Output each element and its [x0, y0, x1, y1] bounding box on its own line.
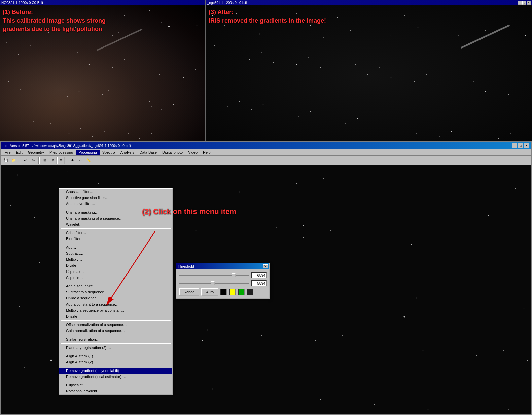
dropdown-clip-min[interactable]: Clip min… [59, 275, 172, 281]
dropdown-multiply[interactable]: Multiply… [59, 256, 172, 262]
menu-video[interactable]: Video [185, 150, 200, 155]
menu-preprocessing[interactable]: Preprocessing [47, 150, 76, 155]
threshold-slider-1-thumb[interactable] [232, 273, 236, 277]
menu-spectro[interactable]: Spectro [100, 150, 118, 155]
dropdown-subtract[interactable]: Subtract… [59, 250, 172, 256]
dropdown-subtract-seq[interactable]: Subtract to a sequence… [59, 289, 172, 295]
threshold-auto-btn[interactable]: Auto [201, 288, 218, 296]
dropdown-unsharp-seq[interactable]: Unsharp masking of a sequence… [59, 215, 172, 221]
dropdown-remove-gradient-poly[interactable]: Remove gradient (polynomial fit) … [59, 368, 172, 374]
dropdown-stellar-reg[interactable]: Stellar registration… [59, 336, 172, 342]
dropdown-remove-gradient-local[interactable]: Remove gradient (local estimator) … [59, 374, 172, 380]
svg-point-10 [124, 15, 125, 16]
svg-point-209 [46, 315, 46, 315]
dropdown-divide-seq[interactable]: Divide a sequence… [59, 295, 172, 301]
threshold-color-yellow[interactable] [229, 289, 236, 295]
left-panel-titlebar: NGC891-1-1200s-0-C0-B.fit [0, 0, 205, 5]
svg-point-150 [41, 188, 41, 189]
svg-point-155 [179, 185, 179, 186]
threshold-color-green[interactable] [238, 289, 245, 295]
svg-point-95 [226, 56, 226, 56]
svg-point-224 [450, 345, 450, 345]
dropdown-unsharp[interactable]: Unsharp masking… [59, 209, 172, 215]
svg-point-44 [126, 98, 127, 98]
dropdown-clip-max[interactable]: Clip max… [59, 268, 172, 275]
toolbar-undo[interactable]: ↩ [22, 157, 29, 164]
threshold-value-2[interactable]: 5894 [251, 280, 267, 286]
toolbar-open[interactable]: 📁 [10, 157, 17, 164]
svg-point-208 [19, 306, 20, 307]
svg-point-217 [261, 335, 262, 336]
app-close-btn[interactable]: ✕ [524, 143, 529, 148]
dropdown-align-stack-2[interactable]: Align & stack (2) … [59, 359, 172, 365]
threshold-slider-row-2: 5894 [179, 280, 267, 286]
dropdown-add[interactable]: Add… [59, 244, 172, 250]
toolbar-crosshair[interactable]: ✚ [69, 157, 76, 164]
app-titlebar-buttons: _ □ ✕ [512, 143, 529, 148]
right-panel-annotation: (3) After: IRIS removed the gradients in… [209, 8, 326, 25]
threshold-color-black[interactable] [220, 289, 227, 295]
dropdown-add-seq[interactable]: Add a sequence… [59, 283, 172, 289]
menu-digital-photo[interactable]: Digital photo [159, 150, 185, 155]
threshold-range-btn[interactable]: Range [179, 288, 199, 296]
svg-point-117 [485, 91, 486, 92]
dropdown-gaussian-filter[interactable]: Gaussian filter… [59, 189, 172, 195]
svg-point-38 [55, 88, 56, 88]
dropdown-rotational-gradient[interactable]: Rotational gradient… [59, 388, 172, 394]
svg-point-216 [234, 325, 235, 325]
toolbar-zoom-out[interactable]: ⊖ [57, 157, 65, 164]
dropdown-gain-norm[interactable]: Gain normalization of a sequence… [59, 328, 172, 334]
svg-point-201 [362, 293, 363, 293]
toolbar-save[interactable]: 💾 [2, 157, 9, 164]
dropdown-sep-5 [61, 320, 171, 321]
svg-point-22 [65, 61, 66, 61]
dropdown-adaptative-filter[interactable]: Adaptative filter… [59, 201, 172, 207]
svg-point-15 [185, 13, 185, 14]
svg-point-31 [171, 66, 172, 66]
app-titlebar: Iris - Version 5.57 - z:\windowsxp\qhy8l… [1, 142, 531, 149]
dropdown-add-const-seq[interactable]: Add a constant to a sequence… [59, 301, 172, 307]
threshold-color-dark[interactable] [247, 289, 253, 295]
app-maximize-btn[interactable]: □ [518, 143, 523, 148]
menu-database[interactable]: Data Base [137, 150, 159, 155]
dropdown-ellipses-fit[interactable]: Ellipses fit… [59, 382, 172, 388]
threshold-close-btn[interactable]: ✕ [263, 264, 268, 268]
menu-analysis[interactable]: Analysis [118, 150, 137, 155]
toolbar-measure[interactable]: 📏 [85, 157, 92, 164]
maximize-btn[interactable]: □ [522, 1, 526, 5]
svg-point-123 [239, 101, 240, 102]
dropdown-align-stack-1[interactable]: Align & stack (1) … [59, 353, 172, 359]
threshold-slider-2-thumb[interactable] [211, 281, 215, 285]
svg-point-76 [310, 25, 311, 26]
menu-geometry[interactable]: Geometry [25, 150, 47, 155]
dropdown-planetary-reg[interactable]: Planetary registration (2) … [59, 345, 172, 351]
toolbar-grid[interactable]: ⊞ [41, 157, 48, 164]
menu-help[interactable]: Help [200, 150, 213, 155]
minimize-btn[interactable]: _ [518, 1, 522, 5]
toolbar-zoom-in[interactable]: ⊕ [49, 157, 57, 164]
toolbar-select[interactable]: ▭ [77, 157, 84, 164]
svg-point-186 [492, 241, 492, 241]
svg-point-110 [402, 71, 403, 71]
svg-point-21 [54, 49, 54, 50]
svg-point-100 [285, 54, 285, 55]
threshold-value-1[interactable]: 6894 [251, 272, 267, 278]
dropdown-multiply-const-seq[interactable]: Multiply a sequence by a constant… [59, 307, 172, 313]
dropdown-blur[interactable]: Blur filter… [59, 236, 172, 242]
svg-point-29 [148, 62, 148, 63]
svg-point-79 [350, 30, 351, 31]
toolbar-redo[interactable]: ↪ [30, 157, 37, 164]
menu-processing[interactable]: Processing [76, 150, 99, 155]
menu-edit[interactable]: Edit [13, 150, 25, 155]
left-panel-annotation: (1) Before: This calibrated image shows … [3, 8, 106, 34]
dropdown-divide[interactable]: Divide… [59, 262, 172, 268]
close-btn[interactable]: ✕ [527, 1, 531, 5]
app-minimize-btn[interactable]: _ [512, 143, 517, 148]
dropdown-crisp[interactable]: Crisp filter… [59, 230, 172, 236]
menu-file[interactable]: File [2, 150, 13, 155]
svg-point-160 [323, 178, 324, 179]
dropdown-drizzle[interactable]: Drizzle… [59, 313, 172, 319]
dropdown-offset-norm[interactable]: Offset normalization of a sequence… [59, 322, 172, 328]
dropdown-selective-gaussian[interactable]: Selective gaussian filter… [59, 195, 172, 201]
dropdown-wavelet[interactable]: Wavelet… [59, 221, 172, 227]
